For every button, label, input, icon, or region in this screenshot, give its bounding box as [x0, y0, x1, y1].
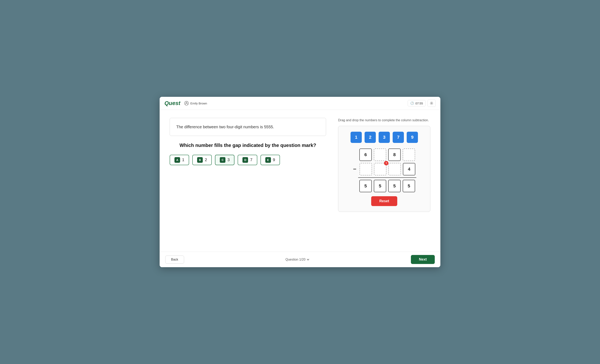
header: Quest Emily Brown 🕐 07:55	[160, 97, 440, 110]
timer-value: 07:55	[415, 102, 423, 105]
option-d-letter: D	[243, 157, 248, 163]
result-cell-4: 5	[403, 180, 415, 192]
result-cell-1: 5	[359, 180, 372, 192]
top-cell-4[interactable]	[403, 148, 415, 161]
option-c[interactable]: C 3	[215, 155, 234, 165]
mid-cell-4: 4	[403, 163, 415, 175]
header-left: Quest Emily Brown	[164, 100, 207, 106]
option-a[interactable]: A 1	[170, 155, 189, 165]
mid-cell-1[interactable]	[360, 163, 372, 175]
answer-options: A 1 B 2 C 3 D 7 E 9	[170, 155, 326, 165]
chip-3[interactable]: 3	[379, 132, 390, 143]
option-a-value: 1	[182, 157, 184, 162]
chip-9[interactable]: 9	[407, 132, 418, 143]
user-icon	[184, 101, 189, 105]
option-e[interactable]: E 9	[261, 155, 280, 165]
question-text: The difference between two four-digit nu…	[176, 125, 274, 129]
drag-instruction: Drag and drop the numbers to complete th…	[338, 118, 430, 123]
next-button[interactable]: Next	[411, 255, 435, 264]
app-window: Quest Emily Brown 🕐 07:55	[160, 97, 440, 267]
middle-row: − ? 4	[353, 163, 415, 175]
top-cell-3: 8	[388, 148, 401, 161]
main-content: The difference between two four-digit nu…	[160, 110, 440, 252]
user-info: Emily Brown	[184, 101, 207, 105]
chips-row: 1 2 3 7 9	[345, 132, 424, 143]
divider	[358, 177, 416, 178]
result-row: 5 5 5 5	[359, 180, 415, 192]
header-right: 🕐 07:55	[408, 100, 436, 107]
option-c-value: 3	[227, 157, 230, 162]
option-e-value: 9	[273, 157, 275, 162]
option-d[interactable]: D 7	[238, 155, 257, 165]
settings-button[interactable]	[428, 100, 436, 107]
svg-point-1	[431, 103, 432, 104]
drag-panel: 1 2 3 7 9 6 8 −	[338, 126, 430, 212]
user-name: Emily Brown	[190, 102, 207, 105]
chip-2[interactable]: 2	[365, 132, 376, 143]
top-cell-1: 6	[359, 148, 372, 161]
chip-1[interactable]: 1	[351, 132, 362, 143]
question-text-box: The difference between two four-digit nu…	[170, 118, 326, 136]
chevron-down-icon	[307, 258, 309, 261]
reset-button[interactable]: Reset	[371, 196, 397, 206]
clock-icon: 🕐	[410, 101, 414, 105]
option-c-letter: C	[220, 157, 225, 163]
question-indicator[interactable]: Question 1/20	[285, 258, 309, 261]
option-e-letter: E	[265, 157, 271, 163]
question-prompt: Which number fills the gap indicated by …	[170, 142, 326, 149]
question-mark-badge: ?	[384, 161, 388, 165]
chip-7[interactable]: 7	[393, 132, 404, 143]
logo: Quest	[164, 100, 180, 106]
result-cell-3: 5	[388, 180, 401, 192]
mid-cell-3[interactable]	[388, 163, 401, 175]
back-button[interactable]: Back	[165, 255, 184, 264]
top-cell-2[interactable]	[374, 148, 386, 161]
right-panel: Drag and drop the numbers to complete th…	[338, 118, 430, 244]
option-b[interactable]: B 2	[192, 155, 212, 165]
left-panel: The difference between two four-digit nu…	[170, 118, 326, 244]
result-cell-2: 5	[374, 180, 386, 192]
timer-badge: 🕐 07:55	[408, 100, 426, 106]
option-d-value: 7	[250, 157, 252, 162]
footer: Back Question 1/20 Next	[160, 252, 440, 267]
option-a-letter: A	[174, 157, 180, 163]
minus-sign: −	[353, 166, 356, 172]
option-b-value: 2	[205, 157, 207, 162]
option-b-letter: B	[197, 157, 203, 163]
top-row: 6 8	[359, 148, 415, 161]
